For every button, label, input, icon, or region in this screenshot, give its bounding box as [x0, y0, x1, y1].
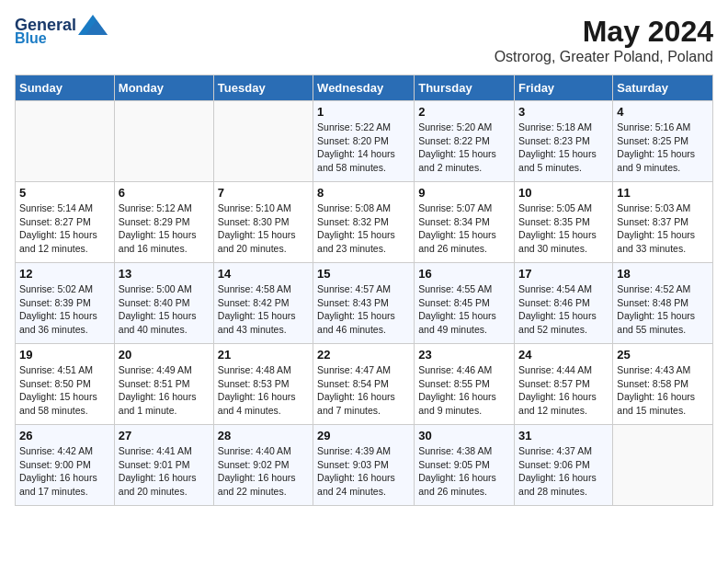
calendar-day-cell: 20Sunrise: 4:49 AM Sunset: 8:51 PM Dayli… — [114, 344, 213, 425]
day-number: 2 — [418, 105, 510, 119]
day-number: 11 — [617, 186, 709, 200]
calendar-day-cell: 24Sunrise: 4:44 AM Sunset: 8:57 PM Dayli… — [515, 344, 613, 425]
day-info: Sunrise: 5:12 AM Sunset: 8:29 PM Dayligh… — [119, 201, 210, 256]
calendar-day-cell: 2Sunrise: 5:20 AM Sunset: 8:22 PM Daylig… — [415, 101, 515, 182]
weekday-header-cell: Thursday — [415, 75, 515, 101]
calendar-day-cell: 18Sunrise: 4:52 AM Sunset: 8:48 PM Dayli… — [613, 263, 713, 344]
day-number: 14 — [218, 267, 309, 281]
calendar-day-cell — [16, 101, 115, 182]
weekday-header-cell: Sunday — [16, 75, 115, 101]
day-number: 7 — [218, 186, 309, 200]
day-number: 31 — [518, 429, 609, 442]
calendar-day-cell — [114, 101, 213, 182]
day-number: 20 — [119, 348, 210, 362]
calendar-day-cell: 31Sunrise: 4:37 AM Sunset: 9:06 PM Dayli… — [515, 425, 613, 506]
calendar-day-cell: 16Sunrise: 4:55 AM Sunset: 8:45 PM Dayli… — [415, 263, 515, 344]
weekday-header-cell: Saturday — [613, 75, 713, 101]
day-info: Sunrise: 5:10 AM Sunset: 8:30 PM Dayligh… — [218, 201, 309, 256]
day-info: Sunrise: 4:58 AM Sunset: 8:42 PM Dayligh… — [218, 282, 309, 337]
calendar-day-cell — [613, 425, 713, 506]
weekday-header-row: SundayMondayTuesdayWednesdayThursdayFrid… — [16, 75, 713, 101]
calendar-day-cell: 25Sunrise: 4:43 AM Sunset: 8:58 PM Dayli… — [613, 344, 713, 425]
day-info: Sunrise: 4:43 AM Sunset: 8:58 PM Dayligh… — [617, 363, 709, 418]
calendar-day-cell: 29Sunrise: 4:39 AM Sunset: 9:03 PM Dayli… — [313, 425, 415, 506]
day-info: Sunrise: 5:02 AM Sunset: 8:39 PM Dayligh… — [19, 282, 110, 337]
calendar-day-cell: 12Sunrise: 5:02 AM Sunset: 8:39 PM Dayli… — [16, 263, 115, 344]
calendar-week-row: 1Sunrise: 5:22 AM Sunset: 8:20 PM Daylig… — [16, 101, 713, 182]
page-header: General Blue May 2024 Ostrorog, Greater … — [15, 15, 713, 65]
calendar-day-cell: 30Sunrise: 4:38 AM Sunset: 9:05 PM Dayli… — [415, 425, 515, 506]
day-number: 8 — [317, 186, 410, 200]
logo-blue-text: Blue — [15, 31, 47, 46]
subtitle: Ostrorog, Greater Poland, Poland — [495, 49, 713, 65]
calendar-day-cell: 14Sunrise: 4:58 AM Sunset: 8:42 PM Dayli… — [213, 263, 313, 344]
day-info: Sunrise: 4:48 AM Sunset: 8:53 PM Dayligh… — [218, 363, 309, 418]
day-number: 12 — [19, 267, 110, 281]
day-number: 6 — [119, 186, 210, 200]
day-number: 23 — [418, 348, 510, 362]
day-info: Sunrise: 5:08 AM Sunset: 8:32 PM Dayligh… — [317, 201, 410, 256]
weekday-header-cell: Monday — [114, 75, 213, 101]
calendar-day-cell: 28Sunrise: 4:40 AM Sunset: 9:02 PM Dayli… — [213, 425, 313, 506]
calendar-day-cell: 7Sunrise: 5:10 AM Sunset: 8:30 PM Daylig… — [213, 182, 313, 263]
weekday-header-cell: Friday — [515, 75, 613, 101]
day-info: Sunrise: 4:42 AM Sunset: 9:00 PM Dayligh… — [19, 444, 110, 499]
day-number: 28 — [218, 429, 309, 442]
day-info: Sunrise: 4:46 AM Sunset: 8:55 PM Dayligh… — [418, 363, 510, 418]
day-number: 17 — [518, 267, 609, 281]
day-info: Sunrise: 5:20 AM Sunset: 8:22 PM Dayligh… — [418, 121, 510, 175]
calendar-day-cell: 3Sunrise: 5:18 AM Sunset: 8:23 PM Daylig… — [515, 101, 613, 182]
title-block: May 2024 Ostrorog, Greater Poland, Polan… — [495, 15, 713, 65]
calendar-day-cell: 22Sunrise: 4:47 AM Sunset: 8:54 PM Dayli… — [313, 344, 415, 425]
day-info: Sunrise: 5:18 AM Sunset: 8:23 PM Dayligh… — [518, 121, 609, 175]
calendar-week-row: 12Sunrise: 5:02 AM Sunset: 8:39 PM Dayli… — [16, 263, 713, 344]
day-info: Sunrise: 4:38 AM Sunset: 9:05 PM Dayligh… — [418, 444, 510, 499]
day-number: 26 — [19, 429, 110, 442]
day-info: Sunrise: 4:54 AM Sunset: 8:46 PM Dayligh… — [518, 282, 609, 337]
calendar-day-cell: 21Sunrise: 4:48 AM Sunset: 8:53 PM Dayli… — [213, 344, 313, 425]
day-info: Sunrise: 4:52 AM Sunset: 8:48 PM Dayligh… — [617, 282, 709, 337]
day-number: 25 — [617, 348, 709, 362]
day-number: 4 — [617, 105, 709, 119]
calendar-day-cell: 17Sunrise: 4:54 AM Sunset: 8:46 PM Dayli… — [515, 263, 613, 344]
calendar-day-cell: 6Sunrise: 5:12 AM Sunset: 8:29 PM Daylig… — [114, 182, 213, 263]
day-info: Sunrise: 4:39 AM Sunset: 9:03 PM Dayligh… — [317, 444, 410, 499]
day-number: 15 — [317, 267, 410, 281]
day-number: 9 — [418, 186, 510, 200]
day-number: 19 — [19, 348, 110, 362]
day-info: Sunrise: 5:03 AM Sunset: 8:37 PM Dayligh… — [617, 201, 709, 256]
day-number: 29 — [317, 429, 410, 442]
calendar-day-cell: 8Sunrise: 5:08 AM Sunset: 8:32 PM Daylig… — [313, 182, 415, 263]
day-info: Sunrise: 4:40 AM Sunset: 9:02 PM Dayligh… — [218, 444, 309, 499]
calendar-day-cell: 19Sunrise: 4:51 AM Sunset: 8:50 PM Dayli… — [16, 344, 115, 425]
day-info: Sunrise: 4:37 AM Sunset: 9:06 PM Dayligh… — [518, 444, 609, 499]
day-number: 24 — [518, 348, 609, 362]
day-info: Sunrise: 5:00 AM Sunset: 8:40 PM Dayligh… — [119, 282, 210, 337]
day-number: 3 — [518, 105, 609, 119]
calendar-day-cell: 23Sunrise: 4:46 AM Sunset: 8:55 PM Dayli… — [415, 344, 515, 425]
day-info: Sunrise: 5:16 AM Sunset: 8:25 PM Dayligh… — [617, 121, 709, 175]
calendar-body: 1Sunrise: 5:22 AM Sunset: 8:20 PM Daylig… — [16, 101, 713, 506]
calendar-day-cell: 4Sunrise: 5:16 AM Sunset: 8:25 PM Daylig… — [613, 101, 713, 182]
calendar-week-row: 19Sunrise: 4:51 AM Sunset: 8:50 PM Dayli… — [16, 344, 713, 425]
day-info: Sunrise: 4:49 AM Sunset: 8:51 PM Dayligh… — [119, 363, 210, 418]
calendar-table: SundayMondayTuesdayWednesdayThursdayFrid… — [15, 75, 713, 506]
calendar-week-row: 26Sunrise: 4:42 AM Sunset: 9:00 PM Dayli… — [16, 425, 713, 506]
calendar-day-cell: 1Sunrise: 5:22 AM Sunset: 8:20 PM Daylig… — [313, 101, 415, 182]
calendar-day-cell: 9Sunrise: 5:07 AM Sunset: 8:34 PM Daylig… — [415, 182, 515, 263]
day-info: Sunrise: 4:51 AM Sunset: 8:50 PM Dayligh… — [19, 363, 110, 418]
calendar-day-cell: 13Sunrise: 5:00 AM Sunset: 8:40 PM Dayli… — [114, 263, 213, 344]
day-info: Sunrise: 5:07 AM Sunset: 8:34 PM Dayligh… — [418, 201, 510, 256]
calendar-day-cell: 11Sunrise: 5:03 AM Sunset: 8:37 PM Dayli… — [613, 182, 713, 263]
calendar-day-cell: 10Sunrise: 5:05 AM Sunset: 8:35 PM Dayli… — [515, 182, 613, 263]
calendar-day-cell: 27Sunrise: 4:41 AM Sunset: 9:01 PM Dayli… — [114, 425, 213, 506]
logo-icon — [78, 15, 108, 35]
weekday-header-cell: Tuesday — [213, 75, 313, 101]
day-number: 13 — [119, 267, 210, 281]
day-number: 27 — [119, 429, 210, 442]
calendar-day-cell — [213, 101, 313, 182]
day-number: 21 — [218, 348, 309, 362]
day-info: Sunrise: 5:14 AM Sunset: 8:27 PM Dayligh… — [19, 201, 110, 256]
day-number: 1 — [317, 105, 410, 119]
day-number: 5 — [19, 186, 110, 200]
